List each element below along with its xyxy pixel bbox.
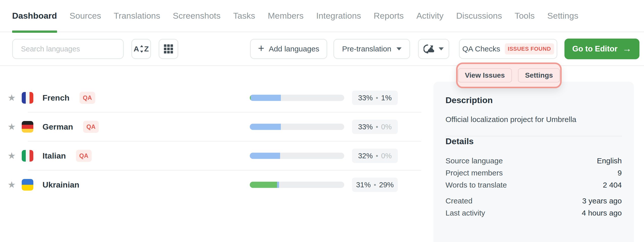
translation-progress-bar <box>250 153 344 159</box>
percent-separator: • <box>374 181 376 189</box>
project-nav: DashboardSourcesTranslationsScreenshotsT… <box>0 0 644 32</box>
approved-percent: 1% <box>381 94 392 102</box>
translated-progress-segment <box>251 95 281 101</box>
translation-progress-bar <box>250 95 344 101</box>
details-rows: Source languageEnglishProject members9Wo… <box>445 157 622 189</box>
language-row[interactable]: ★ Italian QA 32% • 0% <box>0 142 421 170</box>
translation-progress-bar <box>250 182 344 188</box>
grid-view-icon <box>164 44 173 53</box>
qa-issues-badge[interactable]: QA <box>76 150 92 162</box>
detail-row: Project members9 <box>445 169 622 177</box>
add-languages-button[interactable]: + Add languages <box>250 39 327 59</box>
language-name: Ukrainian <box>42 180 79 190</box>
nav-tab-screenshots[interactable]: Screenshots <box>173 0 220 32</box>
qa-checks-popover: View Issues Settings <box>456 63 562 88</box>
qa-checks-button[interactable]: QA Checks ISSUES FOUND <box>459 39 557 59</box>
language-flag-icon <box>22 150 33 162</box>
sort-az-icon: A <box>134 45 139 53</box>
nav-tab-translations[interactable]: Translations <box>114 0 160 32</box>
progress-percent-badge: 31% • 29% <box>352 178 398 192</box>
go-to-editor-button[interactable]: Go to Editor → <box>564 39 639 59</box>
description-text: Official localization project for Umbrel… <box>445 115 622 124</box>
progress-percent-badge: 33% • 0% <box>352 120 398 134</box>
qa-settings-button[interactable]: Settings <box>518 68 560 82</box>
percent-separator: • <box>376 94 378 102</box>
project-details-panel: Description Official localization projec… <box>433 82 634 242</box>
detail-value: English <box>597 157 622 165</box>
favorite-star-icon[interactable]: ★ <box>8 179 16 190</box>
approved-percent: 29% <box>379 181 394 189</box>
machine-translation-dropdown[interactable] <box>418 39 449 59</box>
favorite-star-icon[interactable]: ★ <box>8 122 16 132</box>
chevron-down-icon <box>439 47 444 50</box>
translated-percent: 32% <box>358 152 373 160</box>
favorite-star-icon[interactable]: ★ <box>8 93 16 103</box>
nav-tab-activity[interactable]: Activity <box>416 0 444 32</box>
detail-row: Created3 years ago <box>445 197 622 205</box>
language-list: ★ French QA 33% • 1% ★ German QA 33% • 0… <box>0 66 421 199</box>
detail-label: Source language <box>445 157 503 165</box>
nav-tab-reports[interactable]: Reports <box>374 0 404 32</box>
detail-row: Words to translate2 404 <box>445 181 622 189</box>
chevron-down-icon <box>397 47 402 50</box>
approved-percent: 0% <box>381 152 392 160</box>
translated-progress-segment <box>250 153 280 159</box>
language-name: Italian <box>42 151 66 161</box>
machine-translation-icon <box>424 43 435 55</box>
language-row[interactable]: ★ Ukrainian 31% • 29% <box>0 171 421 199</box>
nav-tab-settings[interactable]: Settings <box>547 0 578 32</box>
translation-progress-bar <box>250 124 344 130</box>
activity-rows: Created3 years agoLast activity4 hours a… <box>445 197 622 217</box>
detail-value: 3 years ago <box>582 197 622 205</box>
nav-tab-integrations[interactable]: Integrations <box>316 0 361 32</box>
progress-percent-badge: 33% • 1% <box>352 91 398 105</box>
go-to-editor-label: Go to Editor <box>572 44 617 53</box>
plus-icon: + <box>258 43 264 54</box>
detail-row: Source languageEnglish <box>445 157 622 165</box>
qa-issues-badge[interactable]: QA <box>83 121 99 133</box>
language-flag-icon <box>22 92 33 104</box>
detail-label: Words to translate <box>445 181 507 189</box>
languages-toolbar: A Z + Add languages Pre-translation QA C… <box>0 32 644 66</box>
detail-value: 2 404 <box>603 181 622 189</box>
view-issues-button[interactable]: View Issues <box>458 68 512 82</box>
nav-tab-members[interactable]: Members <box>268 0 304 32</box>
approved-percent: 0% <box>381 123 392 131</box>
nav-tab-tools[interactable]: Tools <box>515 0 535 32</box>
approved-progress-segment <box>250 182 277 188</box>
detail-value: 4 hours ago <box>582 209 622 217</box>
language-name: French <box>42 93 69 103</box>
nav-tab-sources[interactable]: Sources <box>70 0 101 32</box>
add-languages-label: Add languages <box>269 45 319 53</box>
translated-percent: 33% <box>358 123 373 131</box>
sort-button[interactable]: A Z <box>131 39 151 59</box>
search-input[interactable] <box>12 39 124 59</box>
sort-az-icon: Z <box>144 45 149 53</box>
pre-translation-dropdown[interactable]: Pre-translation <box>333 39 410 59</box>
language-row[interactable]: ★ French QA 33% • 1% <box>0 84 421 112</box>
language-flag-icon <box>22 121 33 133</box>
grid-view-button[interactable] <box>159 39 178 59</box>
nav-tab-dashboard[interactable]: Dashboard <box>12 0 57 32</box>
translated-percent: 33% <box>358 94 373 102</box>
details-title: Details <box>445 136 622 146</box>
translated-progress-segment <box>277 182 279 188</box>
nav-tab-tasks[interactable]: Tasks <box>233 0 255 32</box>
detail-row: Last activity4 hours ago <box>445 209 622 217</box>
language-row[interactable]: ★ German QA 33% • 0% <box>0 113 421 141</box>
detail-value: 9 <box>617 169 622 177</box>
detail-label: Created <box>445 197 473 205</box>
translated-progress-segment <box>250 124 281 130</box>
sort-arrows-icon <box>140 45 143 53</box>
progress-percent-badge: 32% • 0% <box>352 149 398 163</box>
detail-label: Last activity <box>445 209 485 217</box>
issues-found-badge: ISSUES FOUND <box>505 43 554 54</box>
percent-separator: • <box>376 123 378 131</box>
language-name: German <box>42 122 73 132</box>
nav-tab-discussions[interactable]: Discussions <box>456 0 502 32</box>
qa-checks-label: QA Checks <box>462 45 500 53</box>
qa-issues-badge[interactable]: QA <box>80 92 95 104</box>
language-flag-icon <box>22 179 33 191</box>
favorite-star-icon[interactable]: ★ <box>8 150 16 161</box>
detail-label: Project members <box>445 169 503 177</box>
